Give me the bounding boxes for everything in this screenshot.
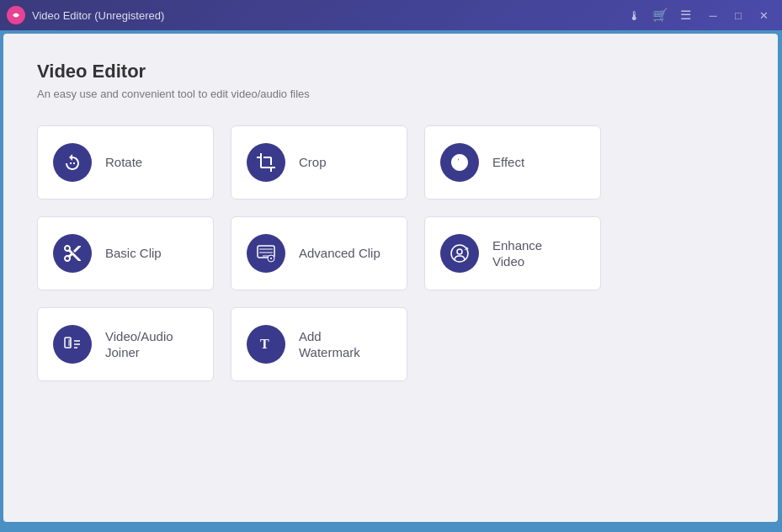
enhance-video-label: EnhanceVideo [492, 237, 542, 270]
titlebar-utility-icons: 🌡 🛒 ☰ [625, 6, 694, 24]
svg-point-5 [451, 245, 468, 262]
list-icon[interactable]: ☰ [677, 6, 694, 24]
rotate-label: Rotate [105, 154, 142, 171]
svg-point-1 [462, 158, 465, 161]
add-watermark-icon: T [247, 325, 285, 364]
basic-clip-icon [53, 234, 92, 273]
advanced-clip-label: Advanced Clip [299, 245, 380, 262]
rotate-card[interactable]: Rotate [37, 125, 214, 200]
rotate-icon [53, 143, 92, 182]
advanced-clip-card[interactable]: Advanced Clip [231, 216, 407, 290]
crop-card[interactable]: Crop [231, 125, 407, 200]
maximize-button[interactable]: □ [726, 6, 750, 24]
page-subtitle: An easy use and convenient tool to edit … [37, 88, 744, 100]
svg-point-6 [457, 249, 462, 254]
add-watermark-card[interactable]: T AddWatermark [231, 307, 407, 381]
crop-icon [247, 143, 285, 182]
title-bar: Video Editor (Unregistered) 🌡 🛒 ☰ ─ □ ✕ [0, 0, 782, 30]
video-audio-joiner-card[interactable]: Video/AudioJoiner [37, 307, 214, 381]
effect-icon [440, 143, 479, 182]
window-title: Video Editor (Unregistered) [32, 9, 625, 22]
basic-clip-card[interactable]: Basic Clip [37, 216, 214, 290]
page-title: Video Editor [37, 61, 744, 82]
svg-rect-8 [68, 339, 71, 346]
add-watermark-label: AddWatermark [299, 328, 360, 361]
effect-card[interactable]: Effect [424, 125, 601, 200]
effect-label: Effect [492, 154, 524, 171]
thermometer-icon[interactable]: 🌡 [625, 7, 644, 24]
minimize-button[interactable]: ─ [701, 6, 725, 24]
basic-clip-label: Basic Clip [105, 245, 162, 262]
advanced-clip-icon [247, 234, 285, 273]
svg-text:T: T [260, 337, 269, 351]
close-button[interactable]: ✕ [752, 6, 775, 24]
main-content: Video Editor An easy use and convenient … [3, 34, 778, 522]
crop-label: Crop [299, 154, 327, 171]
enhance-video-card[interactable]: EnhanceVideo [424, 216, 601, 290]
video-audio-joiner-icon [53, 325, 92, 364]
video-audio-joiner-label: Video/AudioJoiner [105, 328, 173, 361]
app-logo [7, 6, 25, 24]
cart-icon[interactable]: 🛒 [649, 6, 672, 24]
enhance-video-icon [440, 234, 479, 273]
window-controls: ─ □ ✕ [701, 6, 775, 24]
svg-point-0 [455, 158, 458, 161]
feature-grid: Rotate Crop Effect [37, 125, 744, 381]
